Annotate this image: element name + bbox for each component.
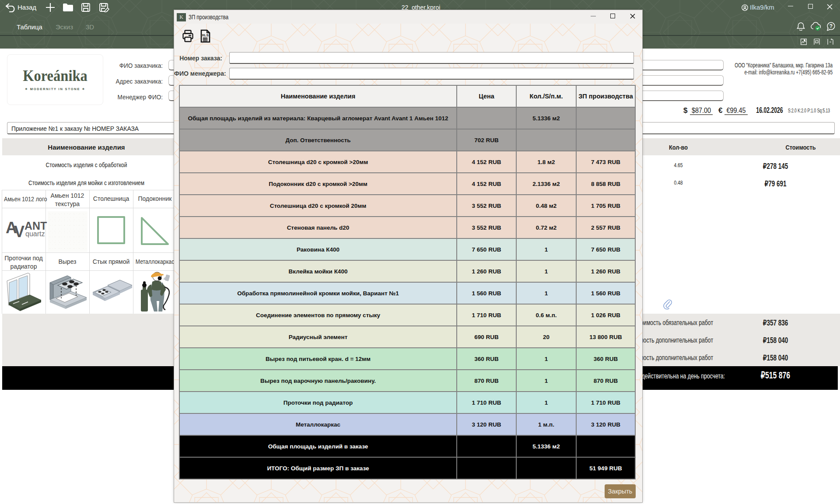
svg-text:?: ? xyxy=(830,23,833,29)
svg-text:XLS: XLS xyxy=(202,33,209,37)
